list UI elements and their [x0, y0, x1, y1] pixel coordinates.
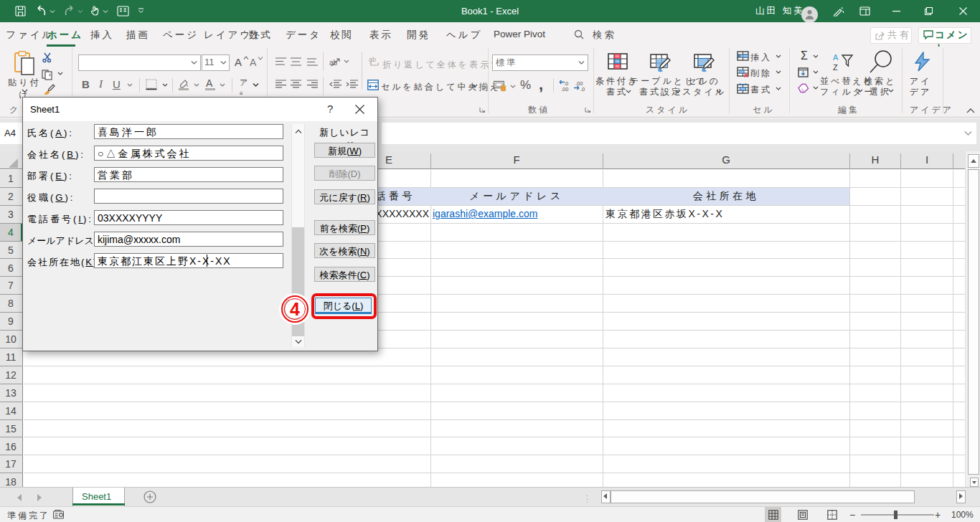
svg-text:A: A — [833, 53, 839, 62]
svg-text:ab: ab — [329, 59, 338, 67]
svg-text:.0: .0 — [580, 86, 585, 92]
svg-text:.00: .00 — [561, 86, 568, 92]
svg-text:ab: ab — [369, 56, 376, 63]
svg-text:Z: Z — [833, 63, 838, 72]
